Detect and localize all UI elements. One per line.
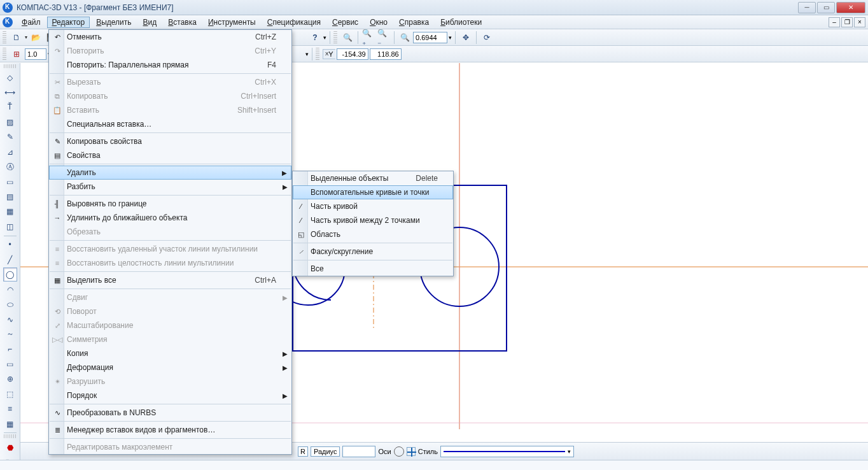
minimize-button[interactable]: ─ xyxy=(798,2,816,13)
stop-button[interactable]: ⬣ xyxy=(3,441,17,454)
fillet-tool-icon[interactable]: ⌐ xyxy=(3,343,17,356)
menu-item[interactable]: Специальная вставка… xyxy=(49,117,291,131)
toolbar-gripper[interactable] xyxy=(4,434,17,438)
edit-tool-icon[interactable]: ✎ xyxy=(3,131,17,144)
zoom-in-button[interactable]: 🔍₊ xyxy=(361,31,375,45)
menu-item[interactable]: ⁄Часть кривой между 2 точками xyxy=(293,213,453,227)
menu-item[interactable]: ◱Область xyxy=(293,227,453,241)
pan-button[interactable]: ✥ xyxy=(459,31,473,45)
toolbar-gripper[interactable] xyxy=(333,31,337,44)
menu-item[interactable]: Копия▶ xyxy=(49,346,291,360)
toolbar-gripper[interactable] xyxy=(4,64,17,68)
coord-x-input[interactable] xyxy=(337,48,368,60)
contour-tool-icon[interactable]: ⬚ xyxy=(3,387,17,401)
hatch-tool-icon[interactable]: ▨ xyxy=(3,115,17,129)
snap-button[interactable]: ⊞ xyxy=(10,47,24,61)
menu-инструменты[interactable]: Инструменты xyxy=(203,17,261,28)
report-tool-icon[interactable]: ▦ xyxy=(3,205,17,218)
point-tool-icon[interactable]: • xyxy=(3,238,17,252)
style-select[interactable]: ▾ xyxy=(440,446,574,457)
menu-библиотеки[interactable]: Библиотеки xyxy=(435,17,487,28)
menu-item[interactable]: ∿Преобразовать в NURBS xyxy=(49,406,291,420)
views-tool-icon[interactable]: ◫ xyxy=(3,220,17,233)
axes-on-icon[interactable] xyxy=(407,447,416,456)
menu-item[interactable]: ╢Выровнять по границе xyxy=(49,197,291,211)
menu-item[interactable]: Выделенные объектыDelete xyxy=(293,171,453,185)
menu-вид[interactable]: Вид xyxy=(138,17,162,28)
gather-tool-icon[interactable]: ⊕ xyxy=(3,373,17,386)
menu-item[interactable]: Порядок▶ xyxy=(49,388,291,402)
maximize-button[interactable]: ▭ xyxy=(817,2,835,13)
redraw-button[interactable]: ⟳ xyxy=(480,31,494,45)
menu-item[interactable]: Деформация▶ xyxy=(49,360,291,374)
zoom-window-button[interactable]: 🔍 xyxy=(340,31,354,45)
menu-item[interactable]: ⟋Фаску/скругление xyxy=(293,245,453,259)
close-button[interactable]: ✕ xyxy=(836,2,865,13)
menu-item-icon: ╢ xyxy=(52,198,63,210)
zoom-input[interactable] xyxy=(413,32,447,43)
menu-сервис[interactable]: Сервис xyxy=(327,17,363,28)
select-tool-icon[interactable]: ▭ xyxy=(3,175,17,189)
menu-item[interactable]: Удалить▶ xyxy=(49,166,291,180)
menu-редактор[interactable]: Редактор xyxy=(47,17,90,28)
open-button[interactable]: 📂 xyxy=(29,31,43,45)
toolbar-gripper[interactable] xyxy=(3,31,6,44)
menu-файл[interactable]: Файл xyxy=(17,17,46,28)
line-tool-icon[interactable]: ╱ xyxy=(3,253,17,266)
menu-item-icon xyxy=(52,167,64,178)
menu-item[interactable]: ✎Копировать свойства xyxy=(49,134,291,148)
arc-tool-icon[interactable]: ◠ xyxy=(3,283,17,296)
help-button[interactable]: ? xyxy=(308,31,322,45)
menu-item[interactable]: ↶ОтменитьCtrl+Z xyxy=(49,30,291,44)
menu-справка[interactable]: Справка xyxy=(394,17,434,28)
menu-item[interactable]: ▤Свойства xyxy=(49,148,291,162)
menu-окно[interactable]: Окно xyxy=(365,17,393,28)
menu-item[interactable]: Повторить: Параллельная прямаяF4 xyxy=(49,58,291,72)
menu-item[interactable]: ▦Выделить всеCtrl+A xyxy=(49,273,291,287)
radius-input[interactable] xyxy=(342,446,375,457)
measure-tool-icon[interactable]: Ⓐ xyxy=(3,160,17,173)
menu-item-shortcut: Shift+Insert xyxy=(212,106,276,115)
menu-item-icon xyxy=(52,362,63,373)
menu-item[interactable]: →Удлинить до ближайшего объекта xyxy=(49,211,291,225)
toolbar-gripper[interactable] xyxy=(3,48,6,61)
zoom-fit-button[interactable]: 🔍 xyxy=(398,31,412,45)
menu-item: Сдвиг▶ xyxy=(49,290,291,304)
r-label: R xyxy=(298,446,308,457)
zoom-out-button[interactable]: 🔍₋ xyxy=(377,31,391,45)
mdi-minimize-button[interactable]: – xyxy=(829,17,840,27)
menu-item[interactable]: ≣Менеджер вставок видов и фрагментов… xyxy=(49,423,291,437)
mdi-restore-button[interactable]: ❐ xyxy=(841,17,853,27)
menu-item[interactable]: Вспомогательные кривые и точки xyxy=(293,185,453,199)
spline-tool-icon[interactable]: ∿ xyxy=(3,313,17,326)
submenu-arrow-icon: ▶ xyxy=(283,364,288,371)
rect-tool-icon[interactable]: ▭ xyxy=(3,357,17,371)
spline2-tool-icon[interactable]: ～ xyxy=(3,327,17,341)
menu-спецификация[interactable]: Спецификация xyxy=(262,17,326,28)
step-input[interactable] xyxy=(25,48,46,60)
new-doc-button[interactable]: 🗋 xyxy=(10,31,24,45)
menu-выделить[interactable]: Выделить xyxy=(91,17,136,28)
ellipse-tool-icon[interactable]: ⬭ xyxy=(3,297,17,311)
param-tool-icon[interactable]: ⊿ xyxy=(3,145,17,159)
coord-y-input[interactable] xyxy=(370,48,402,60)
axes-off-icon[interactable] xyxy=(394,446,404,457)
dimension-tool-icon[interactable]: ⟷ xyxy=(3,85,17,99)
geometry-tool-icon[interactable]: ◇ xyxy=(3,71,17,84)
menu-item: ✴Разрушить xyxy=(49,374,291,388)
menu-item[interactable]: ⁄Часть кривой xyxy=(293,199,453,213)
text-tool-icon[interactable]: Ť xyxy=(3,101,17,114)
spec-tool-icon[interactable]: ▤ xyxy=(3,190,17,203)
circle-tool-icon[interactable]: ◯ xyxy=(3,267,17,281)
menu-item[interactable]: Разбить▶ xyxy=(49,180,291,194)
menu-item-icon: ▤ xyxy=(52,150,63,161)
app-menu-icon[interactable] xyxy=(3,17,13,27)
menu-вставка[interactable]: Вставка xyxy=(163,17,202,28)
mdi-close-button[interactable]: × xyxy=(854,17,865,27)
menu-item-icon: ✴ xyxy=(52,376,63,387)
equid-tool-icon[interactable]: ≡ xyxy=(3,402,17,415)
toolbar-gripper[interactable] xyxy=(316,48,319,61)
menu-item[interactable]: Все xyxy=(293,262,453,276)
menu-item-shortcut: Ctrl+Y xyxy=(229,46,276,55)
hatch2-tool-icon[interactable]: ▦ xyxy=(3,417,17,431)
